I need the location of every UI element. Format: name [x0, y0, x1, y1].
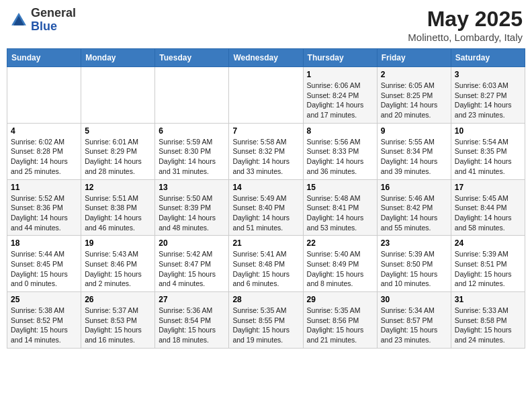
title-block: May 2025 Molinetto, Lombardy, Italy: [408, 7, 523, 43]
day-number: 11: [11, 183, 77, 192]
day-cell: 4Sunrise: 6:02 AMSunset: 8:28 PMDaylight…: [7, 123, 81, 179]
day-number: 12: [85, 183, 151, 192]
header-cell-tuesday: Tuesday: [155, 49, 229, 67]
day-cell: 27Sunrise: 5:36 AMSunset: 8:54 PMDayligh…: [155, 292, 229, 349]
day-cell: 26Sunrise: 5:37 AMSunset: 8:53 PMDayligh…: [81, 292, 155, 349]
day-number: 27: [159, 295, 225, 304]
day-cell: 23Sunrise: 5:39 AMSunset: 8:50 PMDayligh…: [377, 236, 451, 292]
day-cell: 25Sunrise: 5:38 AMSunset: 8:52 PMDayligh…: [7, 292, 81, 349]
logo: General Blue: [9, 7, 76, 34]
day-info: Sunrise: 5:45 AMSunset: 8:44 PMDaylight:…: [455, 193, 521, 233]
day-info: Sunrise: 5:34 AMSunset: 8:57 PMDaylight:…: [381, 306, 447, 345]
day-info: Sunrise: 5:46 AMSunset: 8:42 PMDaylight:…: [381, 193, 447, 233]
day-info: Sunrise: 5:58 AMSunset: 8:32 PMDaylight:…: [232, 137, 299, 177]
week-row-4: 18Sunrise: 5:44 AMSunset: 8:45 PMDayligh…: [7, 236, 525, 292]
day-info: Sunrise: 5:59 AMSunset: 8:30 PMDaylight:…: [159, 137, 225, 177]
day-cell: [7, 67, 81, 124]
calendar-header: SundayMondayTuesdayWednesdayThursdayFrid…: [7, 49, 525, 67]
header-cell-monday: Monday: [81, 49, 155, 67]
header-cell-saturday: Saturday: [451, 49, 525, 67]
day-number: 25: [11, 295, 77, 304]
day-number: 10: [455, 126, 521, 136]
day-info: Sunrise: 5:55 AMSunset: 8:34 PMDaylight:…: [381, 137, 447, 177]
logo-blue: Blue: [31, 19, 57, 33]
day-info: Sunrise: 5:37 AMSunset: 8:53 PMDaylight:…: [85, 306, 151, 345]
day-info: Sunrise: 6:01 AMSunset: 8:29 PMDaylight:…: [85, 137, 151, 177]
day-cell: 5Sunrise: 6:01 AMSunset: 8:29 PMDaylight…: [81, 123, 155, 179]
day-info: Sunrise: 5:49 AMSunset: 8:40 PMDaylight:…: [232, 193, 299, 233]
day-info: Sunrise: 5:52 AMSunset: 8:36 PMDaylight:…: [11, 193, 77, 233]
day-info: Sunrise: 5:35 AMSunset: 8:55 PMDaylight:…: [232, 306, 299, 345]
day-number: 13: [159, 183, 225, 192]
day-cell: 8Sunrise: 5:56 AMSunset: 8:33 PMDaylight…: [303, 123, 377, 179]
day-number: 8: [307, 126, 373, 136]
day-info: Sunrise: 5:39 AMSunset: 8:51 PMDaylight:…: [455, 249, 521, 289]
day-number: 6: [159, 126, 225, 136]
day-number: 31: [455, 295, 521, 304]
day-info: Sunrise: 5:50 AMSunset: 8:39 PMDaylight:…: [159, 193, 225, 233]
day-number: 18: [11, 238, 77, 248]
day-info: Sunrise: 5:56 AMSunset: 8:33 PMDaylight:…: [307, 137, 373, 177]
day-number: 3: [455, 70, 521, 79]
day-info: Sunrise: 5:51 AMSunset: 8:38 PMDaylight:…: [85, 193, 151, 233]
day-cell: 17Sunrise: 5:45 AMSunset: 8:44 PMDayligh…: [451, 179, 525, 236]
day-number: 16: [381, 183, 447, 192]
day-info: Sunrise: 5:42 AMSunset: 8:47 PMDaylight:…: [159, 249, 225, 289]
day-number: 20: [159, 238, 225, 248]
day-info: Sunrise: 6:03 AMSunset: 8:27 PMDaylight:…: [455, 81, 521, 120]
day-number: 17: [455, 183, 521, 192]
day-cell: 30Sunrise: 5:34 AMSunset: 8:57 PMDayligh…: [377, 292, 451, 349]
day-cell: 31Sunrise: 5:33 AMSunset: 8:58 PMDayligh…: [451, 292, 525, 349]
logo-icon: [9, 11, 28, 30]
day-cell: 3Sunrise: 6:03 AMSunset: 8:27 PMDaylight…: [451, 67, 525, 124]
calendar-body: 1Sunrise: 6:06 AMSunset: 8:24 PMDaylight…: [7, 67, 525, 349]
day-info: Sunrise: 5:54 AMSunset: 8:35 PMDaylight:…: [455, 137, 521, 177]
week-row-2: 4Sunrise: 6:02 AMSunset: 8:28 PMDaylight…: [7, 123, 525, 179]
day-info: Sunrise: 5:40 AMSunset: 8:49 PMDaylight:…: [307, 249, 373, 289]
logo-general: General: [31, 6, 76, 19]
day-cell: 21Sunrise: 5:41 AMSunset: 8:48 PMDayligh…: [229, 236, 303, 292]
day-cell: [229, 67, 303, 124]
day-info: Sunrise: 5:39 AMSunset: 8:50 PMDaylight:…: [381, 249, 447, 289]
day-cell: 10Sunrise: 5:54 AMSunset: 8:35 PMDayligh…: [451, 123, 525, 179]
day-cell: 6Sunrise: 5:59 AMSunset: 8:30 PMDaylight…: [155, 123, 229, 179]
day-info: Sunrise: 5:33 AMSunset: 8:58 PMDaylight:…: [455, 306, 521, 345]
day-number: 14: [232, 183, 299, 192]
day-cell: 12Sunrise: 5:51 AMSunset: 8:38 PMDayligh…: [81, 179, 155, 236]
page-header: General Blue May 2025 Molinetto, Lombard…: [7, 7, 525, 43]
day-number: 21: [232, 238, 299, 248]
day-number: 4: [11, 126, 77, 136]
day-cell: [155, 67, 229, 124]
day-cell: 13Sunrise: 5:50 AMSunset: 8:39 PMDayligh…: [155, 179, 229, 236]
day-number: 28: [232, 295, 299, 304]
day-cell: 18Sunrise: 5:44 AMSunset: 8:45 PMDayligh…: [7, 236, 81, 292]
day-number: 26: [85, 295, 151, 304]
day-cell: 16Sunrise: 5:46 AMSunset: 8:42 PMDayligh…: [377, 179, 451, 236]
logo-text: General Blue: [31, 7, 76, 34]
header-cell-wednesday: Wednesday: [229, 49, 303, 67]
day-cell: 11Sunrise: 5:52 AMSunset: 8:36 PMDayligh…: [7, 179, 81, 236]
day-info: Sunrise: 5:43 AMSunset: 8:46 PMDaylight:…: [85, 249, 151, 289]
day-info: Sunrise: 5:35 AMSunset: 8:56 PMDaylight:…: [307, 306, 373, 345]
week-row-5: 25Sunrise: 5:38 AMSunset: 8:52 PMDayligh…: [7, 292, 525, 349]
day-cell: 1Sunrise: 6:06 AMSunset: 8:24 PMDaylight…: [303, 67, 377, 124]
main-title: May 2025: [408, 7, 523, 32]
day-number: 30: [381, 295, 447, 304]
day-info: Sunrise: 6:02 AMSunset: 8:28 PMDaylight:…: [11, 137, 77, 177]
day-number: 15: [307, 183, 373, 192]
day-number: 29: [307, 295, 373, 304]
day-info: Sunrise: 6:05 AMSunset: 8:25 PMDaylight:…: [381, 81, 447, 120]
header-cell-sunday: Sunday: [7, 49, 81, 67]
header-row: SundayMondayTuesdayWednesdayThursdayFrid…: [7, 49, 525, 67]
day-cell: 9Sunrise: 5:55 AMSunset: 8:34 PMDaylight…: [377, 123, 451, 179]
day-number: 2: [381, 70, 447, 79]
day-cell: 7Sunrise: 5:58 AMSunset: 8:32 PMDaylight…: [229, 123, 303, 179]
day-info: Sunrise: 5:41 AMSunset: 8:48 PMDaylight:…: [232, 249, 299, 289]
day-info: Sunrise: 5:38 AMSunset: 8:52 PMDaylight:…: [11, 306, 77, 345]
day-cell: 28Sunrise: 5:35 AMSunset: 8:55 PMDayligh…: [229, 292, 303, 349]
day-cell: [81, 67, 155, 124]
day-number: 1: [307, 70, 373, 79]
week-row-3: 11Sunrise: 5:52 AMSunset: 8:36 PMDayligh…: [7, 179, 525, 236]
day-cell: 29Sunrise: 5:35 AMSunset: 8:56 PMDayligh…: [303, 292, 377, 349]
day-cell: 2Sunrise: 6:05 AMSunset: 8:25 PMDaylight…: [377, 67, 451, 124]
